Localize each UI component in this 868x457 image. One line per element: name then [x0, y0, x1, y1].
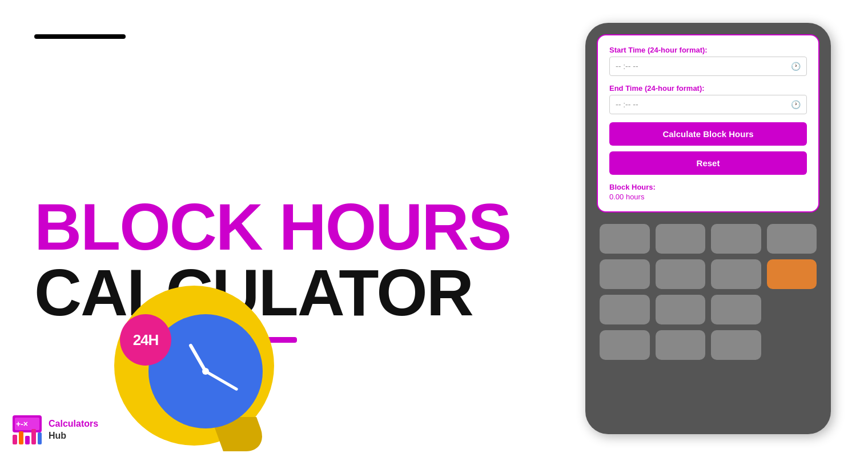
top-decorative-bar	[34, 34, 126, 39]
svg-text:+-×: +-×	[16, 419, 28, 428]
end-time-input-wrapper[interactable]: -- :-- -- 🕐	[609, 95, 807, 114]
end-time-clock-icon: 🕐	[791, 100, 801, 109]
svg-rect-4	[19, 431, 23, 444]
badge-24h: 24H	[120, 314, 171, 366]
clock-face	[160, 326, 251, 417]
end-time-placeholder: -- :-- --	[616, 100, 638, 109]
svg-rect-5	[25, 436, 30, 444]
key-orange[interactable]	[767, 259, 817, 289]
svg-rect-3	[13, 435, 17, 444]
key-7[interactable]	[711, 259, 761, 289]
svg-rect-6	[31, 429, 36, 444]
end-time-label: End Time (24-hour format):	[609, 84, 807, 93]
start-time-label: Start Time (24-hour format):	[609, 46, 807, 54]
calculate-button[interactable]: Calculate Block Hours	[609, 122, 807, 146]
clock-center	[202, 368, 209, 375]
key-8[interactable]	[600, 295, 650, 324]
logo-icon: +-×	[11, 414, 43, 446]
key-6[interactable]	[656, 259, 706, 289]
result-value: 0.00 hours	[609, 193, 807, 201]
page-container: BLOCK HOURS CALCULATOR 24H	[0, 0, 868, 457]
clock-illustration: 24H	[114, 286, 274, 446]
reset-button[interactable]: Reset	[609, 151, 807, 175]
left-section: BLOCK HOURS CALCULATOR 24H	[0, 0, 571, 457]
key-11[interactable]	[600, 330, 650, 360]
key-9[interactable]	[656, 295, 706, 324]
key-13[interactable]	[711, 330, 761, 360]
calculator-device: Start Time (24-hour format): -- :-- -- 🕐…	[585, 23, 831, 434]
start-time-placeholder: -- :-- --	[616, 62, 638, 71]
key-10[interactable]	[711, 295, 761, 324]
right-section: Start Time (24-hour format): -- :-- -- 🕐…	[571, 0, 868, 457]
start-time-clock-icon: 🕐	[791, 62, 801, 71]
title-line2: CALCULATOR	[34, 260, 537, 326]
clock-yellow-bg: 24H	[114, 286, 274, 446]
key-12[interactable]	[656, 330, 706, 360]
key-5[interactable]	[600, 259, 650, 289]
title-line1: BLOCK HOURS	[34, 194, 537, 260]
logo-text: Calculators Hub	[49, 418, 98, 442]
key-3[interactable]	[711, 224, 761, 254]
calculator-keypad	[597, 221, 819, 363]
calculator-screen: Start Time (24-hour format): -- :-- -- 🕐…	[597, 34, 819, 213]
result-label: Block Hours:	[609, 183, 807, 191]
start-time-input-wrapper[interactable]: -- :-- -- 🕐	[609, 57, 807, 76]
key-1[interactable]	[600, 224, 650, 254]
clock-minute-hand	[205, 370, 239, 391]
logo-container: +-× Calculators Hub	[11, 414, 98, 446]
svg-rect-7	[38, 432, 42, 444]
key-2[interactable]	[656, 224, 706, 254]
key-4[interactable]	[767, 224, 817, 254]
